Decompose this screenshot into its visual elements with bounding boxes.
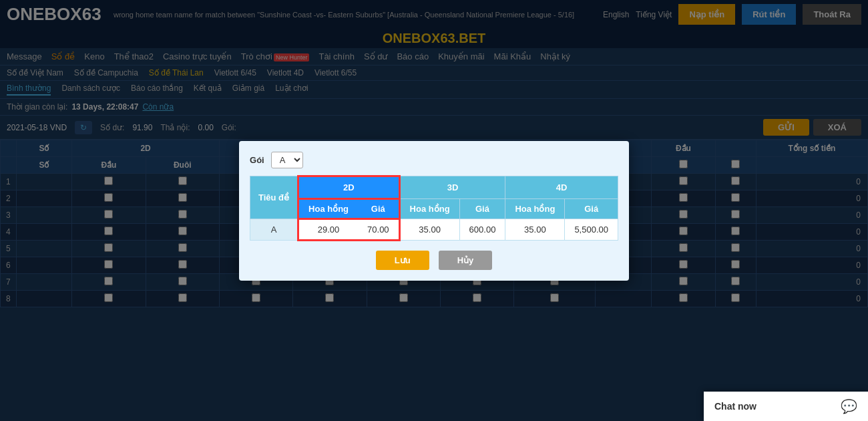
modal-col-2d: 2D xyxy=(298,176,400,198)
modal-col-tieu-de: Tiêu đề xyxy=(250,176,298,219)
modal-4d-hoa-hong-val: 35.00 xyxy=(505,219,565,240)
modal-3d-hoa-hong: Hoa hồng xyxy=(399,198,459,219)
modal-col-4d: 4D xyxy=(505,176,618,198)
goi-select[interactable]: A B C xyxy=(271,152,303,168)
modal-2d-hoa-hong: Hoa hồng xyxy=(298,198,359,219)
modal-3d-hoa-hong-val: 35.00 xyxy=(399,219,459,240)
modal-4d-gia-val: 5,500.00 xyxy=(565,219,618,240)
modal-col-3d: 3D xyxy=(399,176,505,198)
modal-table: Tiêu đề 2D 3D 4D Hoa hồng Giá Hoa hồng G… xyxy=(250,175,618,241)
cancel-button[interactable]: Hủy xyxy=(439,251,493,270)
modal-3d-gia: Giá xyxy=(459,198,505,219)
modal-footer: Lưu Hủy xyxy=(250,251,618,270)
modal-2d-hoa-hong-val: 29.00 xyxy=(298,219,359,240)
save-button[interactable]: Lưu xyxy=(376,251,429,270)
modal-2d-gia: Giá xyxy=(358,198,399,219)
modal-4d-gia: Giá xyxy=(565,198,618,219)
modal-overlay: Gói A B C Tiêu đề 2D 3D 4D Hoa hồng Giá … xyxy=(0,0,868,307)
modal-2d-gia-val: 70.00 xyxy=(358,219,399,240)
modal-3d-gia-val: 600.00 xyxy=(459,219,505,240)
modal-4d-hoa-hong: Hoa hồng xyxy=(505,198,565,219)
modal-dialog: Gói A B C Tiêu đề 2D 3D 4D Hoa hồng Giá … xyxy=(239,141,629,281)
modal-header: Gói A B C xyxy=(250,152,618,168)
modal-row-label: A xyxy=(250,219,298,240)
goi-modal-label: Gói xyxy=(250,155,264,165)
